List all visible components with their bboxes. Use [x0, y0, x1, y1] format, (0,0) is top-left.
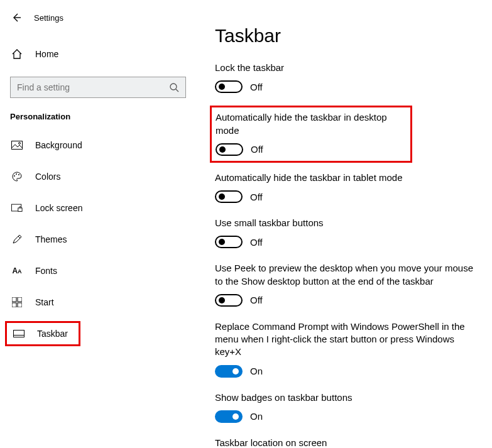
nav-home[interactable]: Home — [10, 41, 191, 67]
toggle-state: Off — [250, 237, 263, 248]
highlight-autohide-desktop: Automatically hide the taskbar in deskto… — [210, 106, 412, 163]
sidebar-item-label: Background — [35, 140, 82, 150]
picture-icon — [11, 139, 23, 151]
svg-line-2 — [176, 89, 178, 92]
highlight-taskbar-nav: Taskbar — [5, 321, 80, 346]
svg-rect-12 — [18, 297, 22, 302]
sidebar-item-fonts[interactable]: AA Fonts — [10, 258, 191, 283]
sidebar-item-label: Fonts — [35, 266, 57, 276]
sidebar-item-label: Start — [35, 297, 54, 307]
sidebar-item-lockscreen[interactable]: Lock screen — [10, 195, 191, 221]
toggle-lock-taskbar[interactable] — [215, 80, 243, 93]
back-arrow-icon[interactable] — [10, 11, 23, 24]
svg-point-5 — [14, 175, 15, 177]
sidebar-item-themes[interactable]: Themes — [10, 227, 191, 252]
section-heading: Personalization — [10, 112, 191, 121]
toggle-state: On — [250, 366, 263, 376]
main-content: Taskbar Lock the taskbar Off Automatical… — [201, 0, 492, 448]
palette-icon — [11, 171, 23, 182]
search-box[interactable] — [10, 77, 186, 98]
svg-rect-3 — [12, 141, 23, 150]
sidebar-item-label: Themes — [35, 234, 67, 244]
svg-line-10 — [18, 236, 20, 238]
svg-point-6 — [16, 173, 17, 175]
nav-list: Background Colors Lock screen Themes AA … — [10, 133, 191, 346]
setting-taskbar-location: Taskbar location on screen Bottom — [215, 437, 483, 448]
sidebar-item-colors[interactable]: Colors — [10, 164, 191, 189]
app-title: Settings — [34, 13, 63, 23]
taskbar-icon — [13, 328, 25, 339]
svg-point-7 — [18, 174, 19, 175]
toggle-state: Off — [251, 144, 263, 155]
toggle-state: Off — [250, 295, 263, 305]
lockscreen-icon — [11, 202, 23, 214]
sidebar-item-start[interactable]: Start — [10, 290, 191, 315]
svg-point-4 — [19, 143, 21, 145]
svg-rect-13 — [12, 303, 16, 307]
page-title: Taskbar — [215, 25, 483, 46]
toggle-peek[interactable] — [215, 294, 243, 307]
setting-small-buttons: Use small taskbar buttons Off — [215, 217, 483, 248]
sidebar-item-taskbar[interactable]: Taskbar — [12, 323, 79, 344]
setting-autohide-desktop: Automatically hide the taskbar in deskto… — [216, 111, 404, 156]
start-grid-icon — [11, 297, 23, 308]
toggle-state: Off — [250, 82, 263, 92]
sidebar-item-label: Lock screen — [35, 203, 82, 213]
setting-label: Lock the taskbar — [215, 62, 483, 74]
fonts-icon: AA — [11, 265, 23, 276]
search-input[interactable] — [17, 82, 169, 92]
sidebar-item-background[interactable]: Background — [10, 133, 191, 158]
setting-powershell: Replace Command Prompt with Windows Powe… — [215, 320, 483, 378]
toggle-autohide-desktop[interactable] — [216, 143, 243, 156]
toggle-powershell[interactable] — [215, 365, 243, 378]
setting-autohide-tablet: Automatically hide the taskbar in tablet… — [215, 172, 483, 203]
toggle-state: Off — [250, 192, 263, 202]
search-icon — [169, 82, 179, 92]
toggle-autohide-tablet[interactable] — [215, 190, 243, 203]
setting-badges: Show badges on taskbar buttons On — [215, 391, 483, 423]
header-row: Settings — [10, 11, 191, 24]
nav-home-label: Home — [35, 49, 58, 59]
sidebar-item-label: Colors — [35, 172, 60, 182]
toggle-badges[interactable] — [215, 410, 243, 423]
setting-label: Replace Command Prompt with Windows Powe… — [215, 320, 483, 359]
svg-rect-14 — [18, 303, 22, 307]
setting-label: Taskbar location on screen — [215, 437, 483, 448]
setting-peek: Use Peek to preview the desktop when you… — [215, 262, 483, 307]
svg-rect-11 — [12, 297, 16, 302]
toggle-small-buttons[interactable] — [215, 236, 243, 248]
setting-label: Use Peek to preview the desktop when you… — [215, 262, 483, 288]
toggle-state: On — [250, 411, 263, 422]
sidebar-item-label: Taskbar — [37, 329, 68, 339]
sidebar: Settings Home Personalization Background… — [0, 0, 201, 448]
setting-lock-taskbar: Lock the taskbar Off — [215, 62, 483, 93]
svg-rect-15 — [14, 331, 25, 337]
svg-point-1 — [170, 84, 177, 90]
setting-label: Automatically hide the taskbar in deskto… — [216, 111, 404, 137]
setting-label: Use small taskbar buttons — [215, 217, 483, 229]
setting-label: Automatically hide the taskbar in tablet… — [215, 172, 483, 184]
setting-label: Show badges on taskbar buttons — [215, 391, 483, 404]
svg-rect-9 — [18, 208, 22, 211]
paintbrush-icon — [11, 234, 23, 245]
home-icon — [11, 48, 23, 60]
